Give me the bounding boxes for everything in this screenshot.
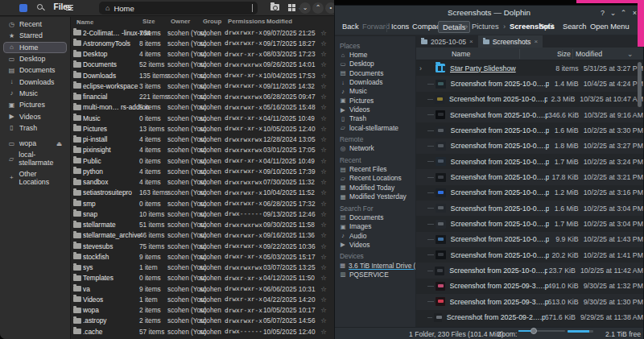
file-row[interactable]: › Screenshot from 2025-09-3….png 613.0 K…: [416, 294, 643, 309]
tab-close-icon[interactable]: ×: [534, 38, 538, 45]
file-row[interactable]: stellarmate_archive 46 items scohen (You…: [71, 230, 334, 241]
slider-handle[interactable]: [530, 328, 537, 334]
file-row[interactable]: › Screenshot from 2025-10-0….png 1.7 MiB…: [416, 216, 643, 231]
file-row[interactable]: › Star Party Slideshow 8 items 5/31/25 a…: [416, 60, 643, 76]
star-icon[interactable]: ☆: [313, 135, 334, 143]
sidebar-entry[interactable]: ♪ Music: [340, 87, 415, 96]
sidebar-entry[interactable]: ▤ Documents: [340, 68, 415, 77]
star-icon[interactable]: ☆: [313, 231, 334, 239]
sidebar-entry[interactable]: ▶ Videos: [340, 240, 415, 249]
file-row[interactable]: stockfish 9 items scohen (You) scohen dr…: [71, 251, 334, 262]
sidebar-entry[interactable]: ▶ Videos: [340, 105, 415, 114]
star-icon[interactable]: ☆: [313, 285, 334, 293]
open-menu-button[interactable]: Open Menu: [590, 23, 630, 31]
sidebar-entry[interactable]: Recent: [340, 155, 415, 164]
file-row[interactable]: stellarmate 51 items scohen (You) scohen…: [71, 220, 334, 230]
star-icon[interactable]: ☆: [313, 263, 334, 271]
sort-dropdown-icon[interactable]: ⌄: [627, 50, 633, 58]
star-icon[interactable]: ☆: [313, 146, 334, 154]
file-row[interactable]: › Screenshot from 2025-10-0….png 1.8 MiB…: [416, 138, 643, 154]
sidebar-entry[interactable]: Devices: [340, 252, 415, 261]
file-row[interactable]: 2-Collimat… -linux-x64 7 items scohen (Y…: [71, 27, 334, 38]
column-header-modified[interactable]: Modified: [576, 50, 602, 58]
star-icon[interactable]: ☆: [313, 200, 334, 208]
star-icon[interactable]: ☆: [313, 157, 334, 165]
file-row[interactable]: .astropy 2 items scohen (You) scohen drw…: [71, 316, 334, 326]
file-row[interactable]: › Screenshot from 2025-10-0….png 9.9 KiB…: [416, 232, 643, 247]
star-icon[interactable]: ☆: [313, 82, 334, 90]
minimize-button[interactable]: ⌄: [608, 6, 618, 20]
tab-close-icon[interactable]: ×: [469, 38, 473, 45]
file-row[interactable]: Pictures 13 items scohen (You) scohen dr…: [71, 123, 334, 134]
star-icon[interactable]: ☆: [313, 93, 334, 101]
file-row[interactable]: › Screenshot from 2025-10-0….png 17.8 Ki…: [416, 169, 643, 184]
sidebar-item[interactable]: ▱ local-stellarmate: [3, 153, 67, 164]
sidebar-entry[interactable]: ▤ Documents: [340, 213, 415, 221]
star-icon[interactable]: ☆: [313, 103, 334, 111]
file-row[interactable]: Downloads 135 items scohen (You) scohen …: [71, 70, 334, 81]
sidebar-entry[interactable]: ▯ Trash: [340, 114, 415, 123]
star-icon[interactable]: ☆: [313, 72, 334, 80]
search-icon[interactable]: [37, 4, 43, 10]
file-row[interactable]: Templates 0 items scohen (You) scohen dr…: [71, 273, 334, 283]
star-icon[interactable]: ☆: [313, 221, 334, 229]
file-row[interactable]: smp 0 items scohen (You) scohen drwxrwxr…: [71, 198, 334, 209]
file-row[interactable]: Music 0 items scohen (You) scohen drwxr-…: [71, 113, 334, 123]
sidebar-item[interactable]: ♪ Music: [3, 88, 67, 99]
split-button[interactable]: Split: [539, 23, 554, 31]
file-row[interactable]: wopa 2 items scohen (You) scohen drwxr-x…: [71, 305, 334, 316]
column-header-size[interactable]: Size: [142, 18, 155, 25]
sidebar-entry[interactable]: ▤ Recent Files: [340, 164, 415, 173]
file-row[interactable]: › Screenshot from 2025-10-0….png 2.3 MiB…: [416, 92, 643, 107]
file-row[interactable]: Public 0 items scohen (You) scohen drwxr…: [71, 155, 334, 166]
icons-view-button[interactable]: Icons: [391, 23, 409, 31]
star-icon[interactable]: ☆: [313, 167, 334, 176]
file-row[interactable]: Desktop 4 items scohen (You) scohen drwx…: [71, 49, 334, 60]
sidebar-entry[interactable]: ▱ local-stellarmate: [340, 123, 415, 132]
column-header-permissions[interactable]: Permissions: [228, 18, 265, 25]
sidebar-item[interactable]: ⌂ Home: [3, 42, 67, 53]
star-icon[interactable]: ☆: [313, 29, 334, 37]
column-header-group[interactable]: Group: [203, 18, 221, 25]
sidebar-entry[interactable]: Search For: [340, 204, 415, 213]
column-header-name[interactable]: Name: [452, 50, 470, 58]
hamburger-menu-icon[interactable]: [66, 5, 73, 10]
tab-2025-10-05[interactable]: 2025-10-05 ×: [416, 35, 478, 48]
star-icon[interactable]: ☆: [313, 210, 334, 218]
sidebar-entry[interactable]: ▱ Recent Locations: [340, 174, 415, 183]
star-icon[interactable]: ☆: [313, 296, 334, 304]
star-icon[interactable]: ☆: [313, 178, 334, 186]
star-icon[interactable]: ☆: [313, 50, 334, 58]
file-row[interactable]: eclipse-workspace 3 items scohen (You) s…: [71, 81, 334, 91]
file-row[interactable]: va 9 items scohen (You) scohen drwxrwxr-…: [71, 283, 334, 294]
sidebar-entry[interactable]: ▭ Desktop: [340, 60, 415, 68]
sidebar-item[interactable]: + Other Locations: [3, 172, 67, 184]
sidebar-item[interactable]: ▭ wopa ⏏: [3, 138, 67, 149]
maximize-button[interactable]: ⌃: [618, 6, 629, 20]
star-icon[interactable]: ☆: [313, 253, 334, 261]
column-header-modified[interactable]: Modified: [266, 18, 292, 25]
star-icon[interactable]: ☆: [313, 188, 334, 196]
file-row[interactable]: Videos 1 item scohen (You) scohen drwxr-…: [71, 294, 334, 304]
file-row[interactable]: sys 1 item scohen (You) scohen drwxrwxrw…: [71, 263, 334, 273]
sidebar-entry[interactable]: ▦ Modified Today: [340, 183, 415, 192]
sidebar-item[interactable]: ▣ Pictures: [3, 99, 67, 110]
path-bar[interactable]: ⌂ Home: [99, 2, 258, 14]
file-row[interactable]: sandbox 4 items scohen (You) scohen drwx…: [71, 177, 334, 188]
sidebar-item[interactable]: ↓ Downloads: [3, 76, 67, 87]
file-row[interactable]: › Screenshot from 2025-10-0….png 1.6 MiB…: [416, 122, 643, 138]
sidebar-entry[interactable]: ⌂ Home: [340, 50, 415, 59]
sidebar-entry[interactable]: ▣ Images: [340, 222, 415, 231]
sidebar-item[interactable]: ◷ Recent: [3, 19, 67, 30]
file-row[interactable]: setiastrosuitepro 163 items scohen (You)…: [71, 188, 334, 198]
forward-button[interactable]: Forward: [362, 23, 390, 31]
star-icon[interactable]: ☆: [313, 242, 334, 250]
sidebar-entry[interactable]: ▦ Modified Yesterday: [340, 192, 415, 201]
star-icon[interactable]: ☆: [313, 274, 334, 282]
file-row[interactable]: › Screenshot from 2025-09-3….png 491.0 K…: [416, 279, 643, 294]
search-button[interactable]: Search: [563, 23, 586, 31]
file-row[interactable]: › Screenshot from 2025-10-0….png 346.6 K…: [416, 107, 643, 122]
sidebar-entry[interactable]: ▥ PQSERVICE: [340, 270, 415, 279]
star-icon[interactable]: ☆: [313, 306, 334, 314]
file-row[interactable]: › Screenshot from 2025-10-0….png 1.2 MiB…: [416, 185, 643, 201]
